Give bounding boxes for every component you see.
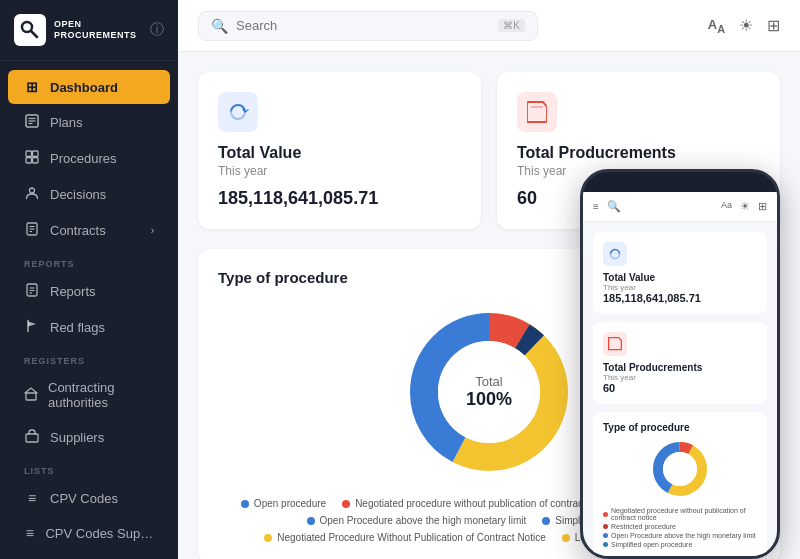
sidebar-item-reports[interactable]: Reports [8, 274, 170, 309]
phone-total-value-number: 185,118,641,085.71 [603, 292, 757, 304]
phone-legend: Negotiated procedure without publication… [603, 507, 757, 548]
legend-label: Negotiated procedure without publication… [355, 498, 615, 509]
legend-dot-blue2 [307, 517, 315, 525]
cpv-icon: ≡ [24, 490, 40, 506]
sidebar-item-procedures[interactable]: Procedures [8, 141, 170, 176]
phone-screen: ≡ 🔍 Aa ☀ ⊞ Total [583, 192, 777, 556]
phone-header: ≡ 🔍 Aa ☀ ⊞ [583, 192, 777, 222]
sidebar-item-label: Contracting authorities [48, 380, 154, 410]
phone-legend-label: Simplified open procedure [611, 541, 692, 548]
phone-proc-title: Total Producrements [603, 362, 757, 373]
svg-rect-20 [26, 393, 36, 400]
phone-search-icon: 🔍 [607, 200, 621, 213]
suppliers-icon [24, 429, 40, 446]
phone-mockup: ≡ 🔍 Aa ☀ ⊞ Total [580, 169, 780, 559]
svg-point-10 [30, 188, 35, 193]
phone-legend-dot [603, 512, 608, 517]
grid-view-icon[interactable]: ⊞ [767, 16, 780, 35]
phone-chart-card: Type of procedure Negotiated [593, 412, 767, 556]
phone-proc-sub: This year [603, 373, 757, 382]
phone-legend-dot4 [603, 542, 608, 547]
header-actions: AA ☀ ⊞ [708, 16, 780, 35]
logo-area: OPEN PROCUREMENTS ⓘ [0, 0, 178, 61]
kpi-card-total-value: Total Value This year 185,118,641,085.71 [198, 72, 481, 229]
svg-rect-6 [26, 151, 32, 157]
svg-rect-21 [26, 434, 38, 442]
donut-chart: Total 100% [399, 302, 579, 482]
sidebar-item-label: Reports [50, 284, 96, 299]
total-procurements-icon [517, 92, 557, 132]
sidebar-item-dashboard[interactable]: ⊞ Dashboard [8, 70, 170, 104]
procedures-icon [24, 150, 40, 167]
dashboard-icon: ⊞ [24, 79, 40, 95]
phone-proc-value: 60 [603, 382, 757, 394]
theme-toggle-icon[interactable]: ☀ [739, 16, 753, 35]
cpv-supplement-icon: ≡ [24, 525, 35, 541]
total-value-icon [218, 92, 258, 132]
legend-dot-yellow [264, 534, 272, 542]
sidebar-item-label: Red flags [50, 320, 105, 335]
sidebar-item-contracts[interactable]: Contracts › [8, 213, 170, 248]
sidebar-item-decisions[interactable]: Decisions [8, 177, 170, 212]
phone-donut [650, 439, 710, 499]
sidebar-item-cpv-codes[interactable]: ≡ CPV Codes [8, 481, 170, 515]
svg-point-30 [663, 452, 697, 486]
legend-item: Negotiated Procedure Without Publication… [264, 532, 545, 543]
phone-legend-item: Negotiated procedure without publication… [603, 507, 757, 521]
phone-grid-icon: ⊞ [758, 200, 767, 213]
legend-dot-yellow2 [562, 534, 570, 542]
reports-icon [24, 283, 40, 300]
sidebar-item-label: Dashboard [50, 80, 118, 95]
contracts-icon [24, 222, 40, 239]
logo-icon [14, 14, 46, 46]
sidebar-navigation: ⊞ Dashboard Plans [0, 61, 178, 559]
phone-header-actions: Aa ☀ ⊞ [721, 200, 767, 213]
header: 🔍 ⌘K AA ☀ ⊞ [178, 0, 800, 52]
legend-dot-blue [241, 500, 249, 508]
kpi-total-value-number: 185,118,641,085.71 [218, 188, 461, 209]
sidebar-item-contracting-authorities[interactable]: Contracting authorities [8, 371, 170, 419]
legend-label: Open procedure [254, 498, 326, 509]
legend-dot-red [342, 500, 350, 508]
sidebar-item-plans[interactable]: Plans [8, 105, 170, 140]
sidebar-item-label: Plans [50, 115, 83, 130]
phone-donut-svg [650, 439, 710, 499]
svg-rect-8 [26, 158, 32, 164]
phone-kpi-total-proc: Total Producrements This year 60 [593, 322, 767, 404]
phone-legend-label: Negotiated procedure without publication… [611, 507, 757, 521]
phone-legend-item: Restricted procedure [603, 523, 757, 530]
sidebar-item-label: CPV Codes Supplement... [45, 526, 154, 541]
text-size-icon[interactable]: AA [708, 17, 725, 35]
phone-kpi-icon-red [603, 332, 627, 356]
plans-icon [24, 114, 40, 131]
svg-rect-7 [33, 151, 39, 157]
contracting-icon [24, 387, 38, 404]
sidebar-item-label: CPV Codes [50, 491, 118, 506]
sidebar-item-red-flags[interactable]: Red flags [8, 310, 170, 345]
logo-text: OPEN PROCUREMENTS [54, 19, 137, 41]
section-label-lists: LISTS [0, 456, 178, 480]
phone-kpi-icon-blue [603, 242, 627, 266]
sidebar-item-label: Contracts [50, 223, 106, 238]
phone-total-value-title: Total Value [603, 272, 757, 283]
donut-label: Total 100% [466, 374, 512, 410]
search-shortcut: ⌘K [498, 19, 525, 32]
red-flags-icon [24, 319, 40, 336]
legend-dot-blue3 [542, 517, 550, 525]
phone-legend-item: Open Procedure above the high monetary l… [603, 532, 757, 539]
legend-item: Open procedure [241, 498, 326, 509]
phone-text-icon: Aa [721, 200, 732, 213]
phone-legend-dot3 [603, 533, 608, 538]
kpi-total-value-title: Total Value [218, 144, 461, 162]
sidebar-item-suppliers[interactable]: Suppliers [8, 420, 170, 455]
info-icon[interactable]: ⓘ [150, 21, 164, 39]
sidebar-item-label: Suppliers [50, 430, 104, 445]
search-input[interactable] [236, 18, 490, 33]
search-box[interactable]: 🔍 ⌘K [198, 11, 538, 41]
sidebar-item-cpv-supplement[interactable]: ≡ CPV Codes Supplement... [8, 516, 170, 550]
sidebar-item-label: Procedures [50, 151, 116, 166]
decisions-icon [24, 186, 40, 203]
phone-notch [640, 172, 720, 192]
legend-item: Negotiated procedure without publication… [342, 498, 615, 509]
chevron-right-icon: › [151, 225, 154, 236]
